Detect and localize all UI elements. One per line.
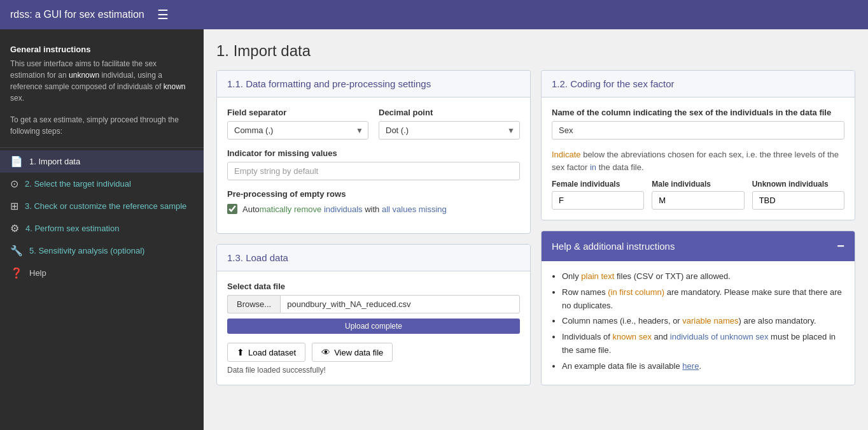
app-title: rdss: a GUI for sex estimation [10,9,144,20]
sidebar-item-reference-label: 3. Check or customize the reference samp… [25,201,186,211]
decimal-point-group: Decimal point Dot (.) Comma (,) ▼ [379,108,520,140]
help-card-header[interactable]: Help & additional instructions − [542,231,855,261]
card-data-formatting-header: 1.1. Data formatting and pre-processing … [217,71,530,97]
field-separator-select[interactable]: Comma (,) Semicolon (;) Tab Space [227,121,368,140]
unknown-coding-label: Unknown individuals [752,180,844,189]
sidebar-item-sex-label: 4. Perform sex estimation [25,224,119,233]
female-coding-input[interactable] [552,191,644,210]
card-sex-coding-header: 1.2. Coding for the sex factor [542,71,855,97]
upload-label: Upload complete [345,322,402,331]
gear-icon: ⚙ [10,222,19,234]
load-dataset-button[interactable]: ⬆ Load dataset [227,343,305,362]
grid-icon: ⊞ [10,200,18,212]
indicate-text: Indicate [552,150,581,159]
male-coding-label: Male individuals [652,180,744,189]
sidebar-item-help[interactable]: ❓ Help [0,262,204,284]
sidebar: General instructions This user interface… [0,29,204,430]
sidebar-item-target-label: 2. Select the target individual [25,179,131,189]
sidebar-item-import-label: 1. Import data [29,157,80,166]
menu-icon[interactable]: ☰ [157,7,169,22]
field-separator-group: Field separator Comma (,) Semicolon (;) … [227,108,368,140]
sidebar-item-sex-estimation[interactable]: ⚙ 4. Perform sex estimation [0,217,204,240]
collapse-icon[interactable]: − [837,239,844,254]
help-card-title: Help & additional instructions [552,241,675,252]
empty-rows-group: Pre-processing of empty rows Automatical… [227,189,520,214]
form-row-separators: Field separator Comma (,) Semicolon (;) … [227,108,520,148]
select-file-label: Select data file [227,282,520,291]
sidebar-general-section: General instructions This user interface… [0,39,204,145]
decimal-point-label: Decimal point [379,108,520,117]
field-separator-label: Field separator [227,108,368,117]
sidebar-divider [0,147,204,148]
missing-values-group: Indicator for missing values [227,148,520,180]
missing-values-input[interactable] [227,162,520,180]
upload-progress-bar: Upload complete [227,319,520,334]
checkbox-row-empty-rows: Automatically remove individuals with al… [227,204,520,214]
wrench-icon: 🔧 [10,245,23,257]
file-input-row: Browse... poundbury_with_NA_reduced.csv [227,295,520,313]
document-icon: 📄 [10,155,23,168]
sidebar-general-desc2: To get a sex estimate, simply proceed th… [10,114,193,137]
column-name-group: Name of the column indicating the sex of… [552,108,844,140]
sidebar-item-sensitivity[interactable]: 🔧 5. Sensitivity analysis (optional) [0,240,204,262]
load-dataset-label: Load dataset [248,348,296,357]
page-title: 1. Import data [216,42,855,60]
card-load-data-header: 1.3. Load data [217,245,530,271]
eye-icon: 👁 [321,347,330,357]
view-data-label: View data file [334,348,383,357]
empty-rows-label: Pre-processing of empty rows [227,189,520,199]
decimal-point-select[interactable]: Dot (.) Comma (,) [379,121,520,140]
card-sex-coding-body: Name of the column indicating the sex of… [542,97,855,220]
load-btn-row: ⬆ Load dataset 👁 View data file [227,343,520,362]
card-data-formatting-body: Field separator Comma (,) Semicolon (;) … [217,97,530,233]
card-load-data: 1.3. Load data Select data file Browse..… [216,244,531,385]
coding-inputs-row: Female individuals Male individuals Unkn… [552,180,844,210]
view-data-button[interactable]: 👁 View data file [312,343,393,362]
female-coding-group: Female individuals [552,180,644,210]
select-file-group: Select data file Browse... poundbury_wit… [227,282,520,334]
panel-left: 1.1. Data formatting and pre-processing … [216,70,531,396]
file-name-display: poundbury_with_NA_reduced.csv [280,295,520,313]
sidebar-general-desc: This user interface aims to facilitate t… [10,58,193,104]
help-item-1: Only plain text files (CSV or TXT) are a… [562,270,844,283]
male-coding-input[interactable] [652,191,744,210]
help-item-4: Individuals of known sex and individuals… [562,331,844,357]
column-name-label: Name of the column indicating the sex of… [552,108,844,117]
decimal-point-select-wrapper: Dot (.) Comma (,) ▼ [379,121,520,140]
main-content: 1. Import data 1.1. Data formatting and … [204,29,868,430]
sidebar-item-sensitivity-label: 5. Sensitivity analysis (optional) [29,246,144,255]
field-separator-select-wrapper: Comma (,) Semicolon (;) Tab Space ▼ [227,121,368,140]
sidebar-item-reference[interactable]: ⊞ 3. Check or customize the reference sa… [0,195,204,217]
card-data-formatting: 1.1. Data formatting and pre-processing … [216,70,531,234]
remove-empty-rows-checkbox[interactable] [227,204,237,214]
card-help: Help & additional instructions − Only pl… [541,231,855,385]
panels: 1.1. Data formatting and pre-processing … [216,70,855,396]
unknown-coding-input[interactable] [752,191,844,210]
missing-values-label: Indicator for missing values [227,148,520,158]
target-icon: ⊙ [10,178,18,190]
female-coding-label: Female individuals [552,180,644,189]
example-file-link[interactable]: here [682,361,699,371]
unknown-coding-group: Unknown individuals [752,180,844,210]
question-icon: ❓ [10,267,23,279]
card-load-data-body: Select data file Browse... poundbury_wit… [217,271,530,385]
browse-button[interactable]: Browse... [227,295,280,313]
checkbox-label-empty-rows: Automatically remove individuals with al… [242,204,447,214]
help-list: Only plain text files (CSV or TXT) are a… [552,261,855,385]
sidebar-general-title: General instructions [10,45,193,54]
male-coding-group: Male individuals [652,180,744,210]
sidebar-item-import[interactable]: 📄 1. Import data [0,150,204,173]
upload-icon: ⬆ [237,347,244,357]
help-item-5: An example data file is available here. [562,360,844,373]
success-message: Data file loaded successfully! [227,366,520,375]
sidebar-item-target[interactable]: ⊙ 2. Select the target individual [0,173,204,195]
panel-right: 1.2. Coding for the sex factor Name of t… [541,70,855,396]
help-item-3: Column names (i.e., headers, or variable… [562,315,844,328]
coding-description: Indicate below the abreviations chosen f… [552,148,844,173]
card-sex-coding: 1.2. Coding for the sex factor Name of t… [541,70,855,220]
help-item-2: Row names (in first column) are mandator… [562,286,844,313]
in-text: in [590,162,596,172]
sidebar-item-help-label: Help [29,268,46,278]
header: rdss: a GUI for sex estimation ☰ [0,0,868,29]
column-name-input[interactable] [552,121,844,140]
